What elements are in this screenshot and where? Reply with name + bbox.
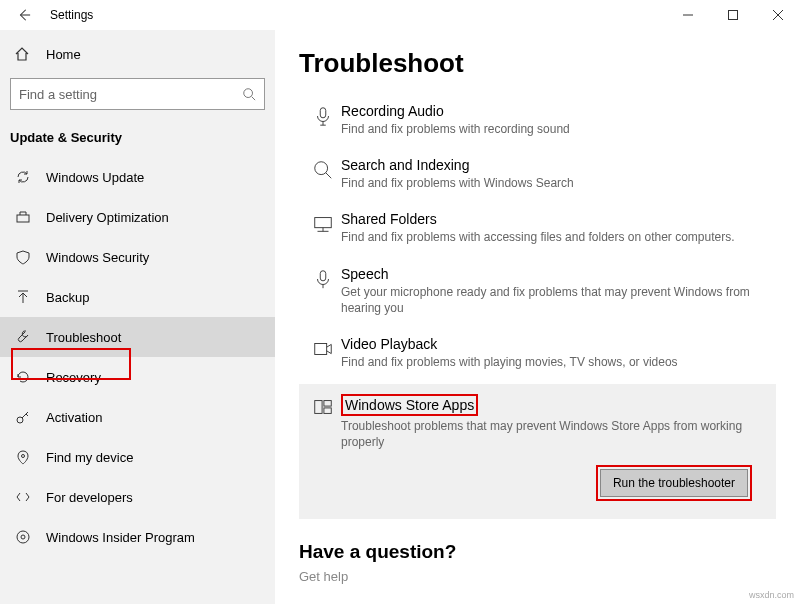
troubleshooter-title: Windows Store Apps [345, 397, 474, 413]
watermark: wsxdn.com [749, 590, 794, 600]
sidebar-item-find-my-device[interactable]: Find my device [0, 437, 275, 477]
minimize-button[interactable] [665, 0, 710, 30]
troubleshooter-title: Search and Indexing [341, 157, 770, 173]
svg-rect-16 [320, 270, 326, 280]
recovery-icon [14, 369, 32, 385]
troubleshooter-title: Shared Folders [341, 211, 770, 227]
troubleshooter-windows-store-apps[interactable]: Windows Store Apps Troubleshoot problems… [299, 384, 776, 518]
svg-point-11 [21, 535, 25, 539]
sidebar-home-label: Home [46, 47, 81, 62]
search-icon [242, 87, 256, 101]
delivery-icon [14, 209, 32, 225]
close-button[interactable] [755, 0, 800, 30]
svg-line-14 [326, 173, 332, 179]
sync-icon [14, 169, 32, 185]
backup-icon [14, 289, 32, 305]
maximize-button[interactable] [710, 0, 755, 30]
troubleshooter-desc: Get your microphone ready and fix proble… [341, 284, 770, 316]
troubleshooter-title: Video Playback [341, 336, 770, 352]
svg-point-9 [22, 455, 25, 458]
troubleshooter-title: Speech [341, 266, 770, 282]
page-title: Troubleshoot [299, 48, 776, 79]
sidebar-item-label: Find my device [46, 450, 133, 465]
sidebar-item-activation[interactable]: Activation [0, 397, 275, 437]
svg-point-4 [244, 89, 253, 98]
microphone-icon [305, 266, 341, 316]
sidebar-item-backup[interactable]: Backup [0, 277, 275, 317]
troubleshooter-video-playback[interactable]: Video Playback Find and fix problems wit… [299, 326, 776, 380]
svg-point-13 [315, 162, 328, 175]
sidebar-item-label: Activation [46, 410, 102, 425]
sidebar-item-troubleshoot[interactable]: Troubleshoot [0, 317, 275, 357]
svg-rect-17 [315, 343, 327, 354]
svg-rect-20 [324, 408, 331, 414]
sidebar-item-label: Windows Security [46, 250, 149, 265]
search-input[interactable]: Find a setting [10, 78, 265, 110]
sidebar: Home Find a setting Update & Security Wi… [0, 30, 275, 604]
troubleshooter-desc: Find and fix problems with Windows Searc… [341, 175, 770, 191]
highlight-run-button: Run the troubleshooter [596, 465, 752, 501]
window-title: Settings [50, 8, 93, 22]
key-icon [14, 409, 32, 425]
sidebar-home[interactable]: Home [0, 36, 275, 72]
svg-point-10 [17, 531, 29, 543]
shield-icon [14, 249, 32, 265]
svg-rect-6 [17, 215, 29, 222]
folder-network-icon [305, 211, 341, 245]
video-icon [305, 336, 341, 370]
back-button[interactable] [14, 8, 34, 22]
sidebar-item-for-developers[interactable]: For developers [0, 477, 275, 517]
apps-icon [305, 394, 341, 500]
search-placeholder: Find a setting [19, 87, 97, 102]
sidebar-item-recovery[interactable]: Recovery [0, 357, 275, 397]
troubleshooter-search-indexing[interactable]: Search and Indexing Find and fix problem… [299, 147, 776, 201]
svg-rect-18 [315, 401, 322, 414]
svg-rect-12 [320, 108, 326, 118]
sidebar-item-insider[interactable]: Windows Insider Program [0, 517, 275, 557]
main-content: Troubleshoot Recording Audio Find and fi… [275, 30, 800, 604]
wrench-icon [14, 329, 32, 345]
svg-rect-1 [728, 11, 737, 20]
home-icon [14, 46, 32, 62]
troubleshooter-desc: Find and fix problems with accessing fil… [341, 229, 770, 245]
sidebar-item-label: Windows Insider Program [46, 530, 195, 545]
code-icon [14, 489, 32, 505]
sidebar-item-delivery-optimization[interactable]: Delivery Optimization [0, 197, 275, 237]
run-troubleshooter-button[interactable]: Run the troubleshooter [600, 469, 748, 497]
svg-rect-19 [324, 401, 331, 407]
troubleshooter-desc: Find and fix problems with playing movie… [341, 354, 770, 370]
sidebar-item-label: For developers [46, 490, 133, 505]
svg-rect-15 [315, 218, 332, 228]
troubleshooter-desc: Troubleshoot problems that may prevent W… [341, 418, 770, 450]
sidebar-category: Update & Security [0, 124, 275, 157]
get-help-link[interactable]: Get help [299, 569, 776, 584]
sidebar-item-label: Windows Update [46, 170, 144, 185]
location-icon [14, 449, 32, 465]
have-a-question: Have a question? [299, 541, 776, 563]
sidebar-item-label: Delivery Optimization [46, 210, 169, 225]
microphone-icon [305, 103, 341, 137]
troubleshooter-shared-folders[interactable]: Shared Folders Find and fix problems wit… [299, 201, 776, 255]
insider-icon [14, 529, 32, 545]
search-icon [305, 157, 341, 191]
svg-line-5 [252, 97, 256, 101]
troubleshooter-recording-audio[interactable]: Recording Audio Find and fix problems wi… [299, 93, 776, 147]
troubleshooter-title: Recording Audio [341, 103, 770, 119]
sidebar-item-windows-update[interactable]: Windows Update [0, 157, 275, 197]
troubleshooter-desc: Find and fix problems with recording sou… [341, 121, 770, 137]
highlight-store-apps-title: Windows Store Apps [341, 394, 478, 416]
troubleshooter-speech[interactable]: Speech Get your microphone ready and fix… [299, 256, 776, 326]
sidebar-item-label: Recovery [46, 370, 101, 385]
sidebar-item-windows-security[interactable]: Windows Security [0, 237, 275, 277]
sidebar-item-label: Troubleshoot [46, 330, 121, 345]
sidebar-item-label: Backup [46, 290, 89, 305]
